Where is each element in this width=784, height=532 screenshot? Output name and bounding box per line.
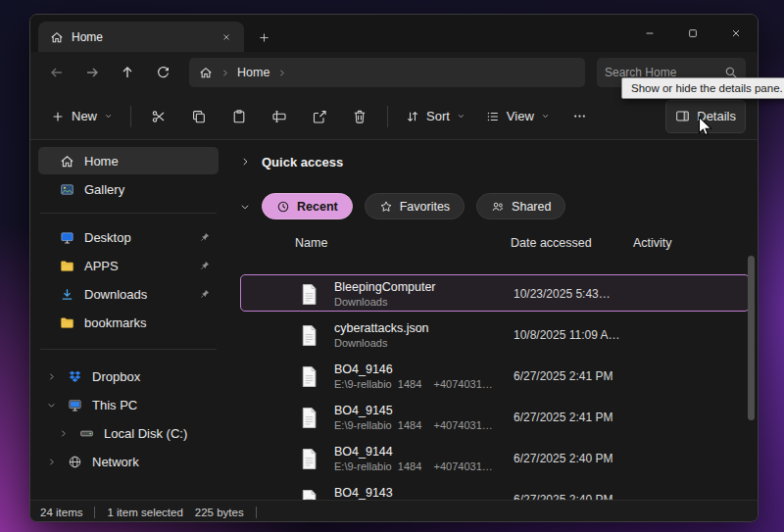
filter-pill-shared[interactable]: Shared: [476, 193, 565, 219]
vertical-scrollbar[interactable]: [748, 256, 755, 420]
quick-access-header[interactable]: Quick access: [240, 148, 738, 175]
sidebar-item-gallery[interactable]: Gallery: [38, 175, 219, 203]
explorer-body: Home Gallery Desktop APPS Downloads: [30, 140, 758, 500]
copy-button[interactable]: [180, 100, 218, 133]
file-name: BleepingComputer: [334, 280, 436, 294]
status-item-count: 24 items: [40, 507, 82, 518]
file-name: BO4_9146: [334, 363, 393, 376]
star-icon: [379, 200, 393, 214]
sort-button[interactable]: Sort: [397, 100, 474, 133]
explorer-tab-home[interactable]: Home: [38, 22, 244, 52]
column-header-name[interactable]: Name: [295, 236, 327, 250]
sidebar-item-desktop[interactable]: Desktop: [38, 223, 219, 251]
downloads-icon: [60, 287, 74, 302]
status-selection: 1 item selected: [107, 507, 182, 518]
sidebar-item-this-pc[interactable]: This PC: [38, 391, 219, 418]
sidebar-separator: [40, 349, 217, 350]
file-name: BO4_9145: [334, 404, 393, 417]
chevron-down-icon[interactable]: [44, 401, 58, 410]
pill-label: Favorites: [400, 200, 450, 214]
minimize-button[interactable]: [628, 15, 671, 52]
cut-button[interactable]: [140, 100, 177, 133]
sort-icon: [406, 110, 419, 123]
sidebar-item-label: bookmarks: [84, 315, 147, 330]
breadcrumb[interactable]: Home: [189, 58, 585, 87]
chevron-right-icon[interactable]: [44, 458, 58, 466]
status-divider: [94, 507, 95, 518]
sidebar-item-label: Downloads: [84, 287, 147, 302]
sidebar-item-label: Network: [92, 455, 139, 469]
sidebar-item-home[interactable]: Home: [38, 147, 219, 174]
chevron-right-icon[interactable]: [56, 429, 70, 438]
tab-close-icon[interactable]: [217, 27, 236, 47]
drive-icon: [79, 426, 94, 441]
sidebar-item-bookmarks[interactable]: bookmarks: [38, 309, 219, 336]
refresh-button[interactable]: [148, 58, 177, 87]
navigation-pane: Home Gallery Desktop APPS Downloads: [30, 140, 226, 500]
pin-icon: [199, 260, 211, 271]
plus-icon: [51, 110, 65, 123]
filter-pill-favorites[interactable]: Favorites: [365, 193, 465, 219]
up-button[interactable]: [113, 58, 142, 87]
file-icon: [300, 448, 318, 470]
table-row[interactable]: BO4_9145 E:\9-rellabio 1484 +4074031… 6/…: [240, 398, 750, 435]
view-button-label: View: [507, 109, 534, 123]
maximize-button[interactable]: [671, 15, 714, 52]
details-tooltip: Show or hide the details pane.: [621, 77, 784, 99]
chevron-right-icon[interactable]: [220, 69, 229, 77]
table-row[interactable]: BleepingComputer Downloads 10/23/2025 5:…: [240, 274, 750, 312]
column-header-date-accessed[interactable]: Date accessed: [511, 236, 592, 250]
status-selection-size: 225 bytes: [195, 507, 244, 518]
file-icon: [300, 365, 318, 388]
sidebar-item-apps[interactable]: APPS: [38, 252, 219, 279]
sidebar-item-label: Dropbox: [92, 369, 140, 384]
breadcrumb-segment-home[interactable]: Home: [237, 66, 270, 79]
file-date-accessed: 10/8/2025 11:09 A…: [514, 328, 620, 342]
forward-button[interactable]: [77, 58, 107, 87]
table-row[interactable]: BO4_9143 6/27/2025 2:40 PM: [240, 480, 750, 500]
sidebar-item-local-disk-c[interactable]: Local Disk (C:): [38, 419, 219, 447]
chevron-down-icon[interactable]: [240, 202, 250, 212]
file-rows: BleepingComputer Downloads 10/23/2025 5:…: [240, 274, 738, 500]
quick-access-label: Quick access: [262, 155, 343, 169]
table-row[interactable]: cyberattacks.json Downloads 10/8/2025 11…: [240, 315, 750, 353]
more-options-button[interactable]: [562, 100, 599, 133]
filter-pill-recent[interactable]: Recent: [262, 193, 353, 219]
sidebar-item-downloads[interactable]: Downloads: [38, 280, 219, 308]
file-date-accessed: 10/23/2025 5:43…: [514, 287, 611, 301]
file-date-accessed: 6/27/2025 2:41 PM: [514, 411, 612, 424]
back-button[interactable]: [42, 58, 72, 87]
new-button[interactable]: New: [42, 100, 122, 133]
this-pc-icon: [68, 398, 82, 412]
dropbox-icon: [68, 369, 82, 384]
close-button[interactable]: [714, 15, 758, 52]
chevron-right-icon[interactable]: [277, 69, 286, 77]
paste-button[interactable]: [220, 100, 258, 133]
status-bar: 24 items 1 item selected 225 bytes: [30, 500, 758, 522]
home-icon: [60, 154, 74, 169]
view-button[interactable]: View: [477, 100, 559, 133]
share-button[interactable]: [301, 100, 338, 133]
window-controls: [628, 15, 758, 52]
view-icon: [486, 110, 500, 123]
tab-title: Home: [72, 30, 209, 44]
chevron-right-icon[interactable]: [44, 372, 58, 381]
folder-icon: [60, 259, 74, 273]
home-icon: [199, 66, 213, 79]
details-pane-icon: [675, 109, 690, 123]
file-location: E:\9-rellabio 1484 +4074031…: [334, 378, 493, 390]
table-row[interactable]: BO4_9144 E:\9-rellabio 1484 +4074031… 6/…: [240, 439, 750, 476]
sidebar-item-network[interactable]: Network: [38, 448, 219, 475]
column-header-activity[interactable]: Activity: [633, 236, 672, 250]
rename-button[interactable]: [261, 100, 298, 133]
people-icon: [491, 200, 505, 214]
new-button-label: New: [72, 109, 97, 123]
desktop-icon: [60, 230, 74, 245]
new-tab-button[interactable]: [254, 27, 273, 47]
gallery-icon: [60, 182, 74, 197]
chevron-right-icon[interactable]: [240, 157, 250, 167]
delete-button[interactable]: [341, 100, 378, 133]
chevron-down-icon: [104, 112, 113, 121]
sidebar-item-dropbox[interactable]: Dropbox: [38, 363, 219, 390]
table-row[interactable]: BO4_9146 E:\9-rellabio 1484 +4074031… 6/…: [240, 357, 750, 394]
